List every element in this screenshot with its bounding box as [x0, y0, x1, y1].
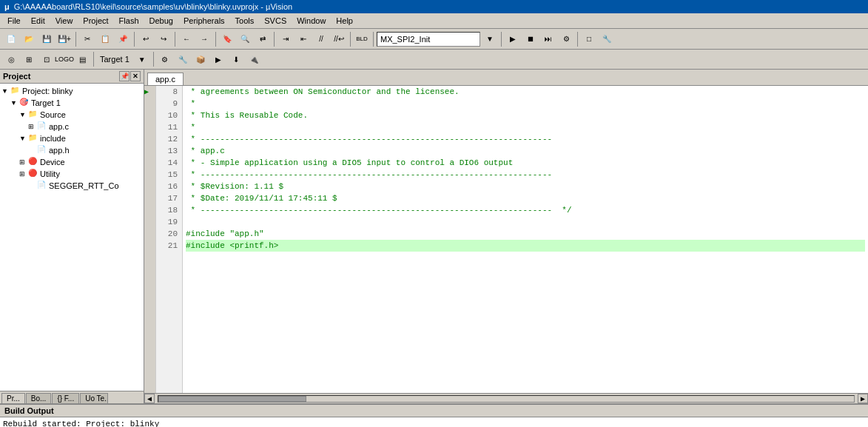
sep9: [577, 32, 578, 47]
code-line-20: #include "app.h": [186, 228, 865, 240]
tools2-button[interactable]: 🔧: [599, 31, 615, 47]
save-button[interactable]: 💾: [38, 31, 55, 47]
function-box[interactable]: [377, 32, 480, 47]
scroll-left-button[interactable]: ◀: [144, 394, 155, 403]
tb2-btn3[interactable]: ⊡: [38, 51, 55, 67]
new-file-button[interactable]: 📄: [3, 31, 19, 47]
tb2-btn4[interactable]: LOGO: [56, 51, 73, 67]
linenum-10: 10: [161, 110, 178, 121]
tb2-btn10[interactable]: ⬇: [228, 51, 244, 67]
panel-close-button[interactable]: ✕: [130, 71, 141, 81]
tree-item-source[interactable]: ▼ 📁 Source: [1, 109, 142, 121]
tree-item-apph[interactable]: 📄 app.h: [1, 144, 142, 156]
code-line-15: * --------------------------------------…: [186, 169, 865, 181]
nav-fwd-button[interactable]: →: [196, 31, 212, 47]
stop-button[interactable]: ⏹: [522, 31, 539, 47]
proj-tab-templates[interactable]: Uo Te...: [80, 393, 108, 403]
menu-file[interactable]: File: [3, 15, 25, 27]
tree-toggle-include[interactable]: ▼: [19, 135, 27, 142]
project-panel-header: Project 📌 ✕: [0, 70, 144, 84]
menu-help[interactable]: Help: [332, 15, 357, 27]
panel-pin-button[interactable]: 📌: [119, 71, 129, 81]
tree-toggle-device[interactable]: ⊞: [19, 158, 27, 166]
tree-item-segger[interactable]: 📄 SEGGER_RTT_Co: [1, 180, 142, 192]
menu-window[interactable]: Window: [292, 15, 330, 27]
panel-header-buttons: 📌 ✕: [119, 71, 141, 81]
tree-toggle-appc[interactable]: ⊞: [28, 123, 36, 130]
step-button[interactable]: ⏭: [540, 31, 556, 47]
include-label: include: [40, 134, 66, 143]
scroll-right-button[interactable]: ▶: [858, 394, 868, 403]
code-line-17: * $Date: 2019/11/11 17:45:11 $: [186, 192, 865, 204]
menu-peripherals[interactable]: Peripherals: [179, 15, 229, 27]
save-all-button[interactable]: 💾+: [56, 31, 73, 47]
proj-tab-functions[interactable]: {} F...: [52, 393, 79, 403]
menu-svcs[interactable]: SVCS: [260, 15, 291, 27]
title-text: G:\AAAAAboard\RLS10\keil\source\samples\…: [14, 2, 292, 11]
scroll-track[interactable]: [158, 395, 855, 403]
indent-button[interactable]: ⇥: [277, 31, 294, 47]
menu-flash[interactable]: Flash: [115, 15, 144, 27]
scroll-thumb[interactable]: [158, 396, 306, 402]
open-file-button[interactable]: 📂: [21, 31, 37, 47]
bookmark-button[interactable]: 🔖: [219, 31, 235, 47]
expand-arrow-icon[interactable]: ▶: [144, 87, 149, 96]
tree-item-device[interactable]: ⊞ 🔴 Device: [1, 156, 142, 168]
editor-area: app.c ▶ 8 9 10 11 12 13 14 15 16 17 18 1…: [144, 70, 868, 403]
cut-button[interactable]: ✂: [79, 31, 95, 47]
menu-tools[interactable]: Tools: [231, 15, 259, 27]
tree-item-project[interactable]: ▼ 📁 Project: blinky: [1, 85, 142, 97]
tb2-btn6[interactable]: ⚙: [157, 51, 173, 67]
outdent-button[interactable]: ⇤: [295, 31, 312, 47]
tree-item-utility[interactable]: ⊞ 🔴 Utility: [1, 168, 142, 180]
tb2-btn9[interactable]: ▶: [210, 51, 226, 67]
tree-toggle-source[interactable]: ▼: [19, 111, 27, 118]
tb2-btn7[interactable]: 🔧: [175, 51, 191, 67]
menu-debug[interactable]: Debug: [145, 15, 178, 27]
copy-button[interactable]: 📋: [97, 31, 113, 47]
editor-hscroll[interactable]: ◀ ▶: [144, 393, 868, 403]
target-dropdown[interactable]: ▼: [134, 51, 150, 67]
tb2-btn11[interactable]: 🔌: [246, 51, 262, 67]
window-button[interactable]: □: [581, 31, 597, 47]
settings-button[interactable]: ⚙: [558, 31, 574, 47]
uncomment-button[interactable]: //↩: [331, 31, 347, 47]
build-line-1: Rebuild started: Project: blinky: [3, 419, 865, 427]
redo-button[interactable]: ↪: [155, 31, 172, 47]
segger-icon: 📄: [36, 181, 47, 191]
run-button[interactable]: ▶: [505, 31, 521, 47]
project-tabs: Pr... Bo... {} F... Uo Te...: [0, 391, 144, 403]
sep3: [175, 32, 175, 47]
tb2-btn2[interactable]: ⊞: [21, 51, 37, 67]
function-box-dropdown[interactable]: ▼: [482, 31, 498, 47]
tb2-btn8[interactable]: 📦: [192, 51, 209, 67]
linenum-18: 18: [161, 204, 178, 216]
proj-tab-books[interactable]: Bo...: [26, 393, 52, 403]
paste-button[interactable]: 📌: [115, 31, 131, 47]
tb2-btn5[interactable]: ▤: [74, 51, 90, 67]
nav-back-button[interactable]: ←: [178, 31, 195, 47]
tree-toggle-utility[interactable]: ⊞: [19, 170, 27, 178]
tree-item-appc[interactable]: ⊞ 📄 app.c: [1, 121, 142, 132]
code-content[interactable]: * agreements between ON Semiconductor an…: [183, 86, 868, 393]
menu-project[interactable]: Project: [78, 15, 112, 27]
tree-toggle-target[interactable]: ▼: [10, 99, 18, 107]
menu-edit[interactable]: Edit: [27, 15, 50, 27]
menu-view[interactable]: View: [51, 15, 78, 27]
build-button[interactable]: BLD: [354, 31, 370, 47]
proj-tab-project[interactable]: Pr...: [1, 393, 25, 403]
find-button[interactable]: 🔍: [237, 31, 253, 47]
project-panel-title: Project: [3, 72, 30, 81]
replace-button[interactable]: ⇄: [255, 31, 271, 47]
tree-toggle-project[interactable]: ▼: [1, 87, 9, 95]
tree-item-include[interactable]: ▼ 📁 include: [1, 132, 142, 144]
tb2-btn1[interactable]: ◎: [3, 51, 19, 67]
code-line-14: * - Simple application using a DIO5 inpu…: [186, 157, 865, 169]
undo-button[interactable]: ↩: [138, 31, 154, 47]
code-editor[interactable]: ▶ 8 9 10 11 12 13 14 15 16 17 18 19 20 2…: [144, 86, 868, 393]
comment-button[interactable]: //: [313, 31, 329, 47]
tab-appc[interactable]: app.c: [147, 73, 184, 85]
include-folder-icon: 📁: [27, 133, 38, 144]
tree-item-target[interactable]: ▼ 🎯 Target 1: [1, 97, 142, 109]
source-folder-icon: 📁: [27, 110, 38, 120]
